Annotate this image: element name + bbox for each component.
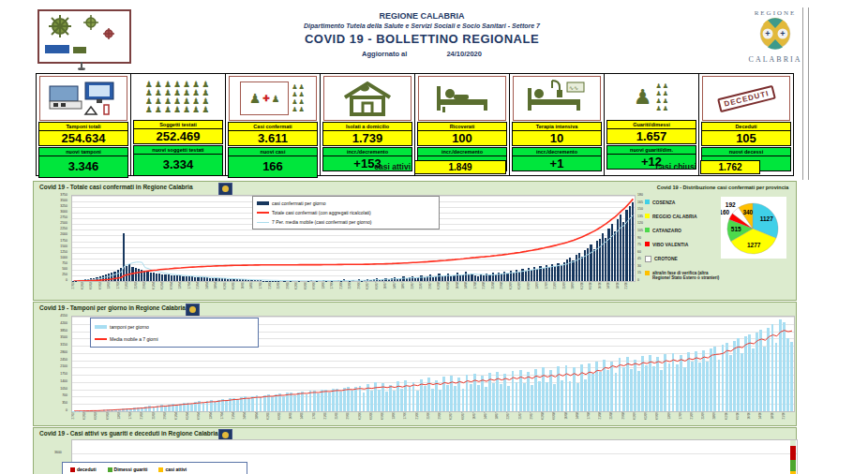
red-line-marker [257,212,269,214]
deceased-stamp-icon: DECEDUTI [717,84,776,111]
header-department: Dipartimento Tutela della Salute e Servi… [169,22,675,29]
x-axis-date-label: 02/07 [449,412,453,420]
x-axis-date-label: 09/04 [197,412,201,420]
x-axis-date-label: 13/03 [117,412,121,420]
x-axis-date-label: 17/05 [312,412,316,420]
x-axis-date-label: 17/09 [679,412,682,420]
axis-tick-label: 3500 [43,199,67,202]
x-axis-date-label: 05/04 [186,412,189,420]
legend-label: Totale casi confermati (con aggregati ri… [272,210,371,215]
pie-slice-value: 1277 [747,242,761,248]
x-axis-date-label: 02/05 [266,412,270,420]
chart1-left-axis: 0250500750100012501500175020002250250027… [41,195,69,280]
chart1-panel: Covid 19 - Totale casi confermati in Reg… [33,181,797,301]
axis-tick-label: 15 [637,271,641,274]
lab-equipment-icon [46,79,121,118]
chart3-y-tick: 3600 [54,451,62,454]
chart1-title: Covid 19 - Totale casi confermati in Reg… [39,184,193,190]
x-axis-date-label: 18/07 [401,282,405,289]
x-axis-date-label: 22/07 [411,282,414,289]
x-axis-date-label: 29/07 [428,282,432,289]
x-axis-date-label: 14/05 [249,282,253,289]
axis-tick-label: 2750 [43,215,67,219]
pie-legend-label: altra/in fase di verifica (altra Regione… [652,271,722,281]
x-axis-date-label: 06/05 [277,412,281,420]
people-grid-icon: ♟♟♟♟♟♟♟♟♟♟♟♟♟♟♟♟♟♟♟♟♟♟♟♟♟♟♟♟ [145,81,211,114]
covid-bulletin-page: REGIONE CALABRIA Dipartimento Tutela del… [0,0,868,474]
x-axis-date-label: 21/03 [125,282,128,289]
x-axis-date-label: 21/04 [232,412,235,420]
x-axis-date-label: 06/10 [736,412,740,420]
x-axis-date-label: 14/07 [393,282,397,289]
x-axis-date-label: 10/05 [241,282,245,289]
stat-value: 10 [512,130,602,146]
axis-tick-label: 3850 [43,329,67,333]
x-axis-date-label: 29/06 [357,282,361,289]
axis-tick-label: 45 [637,257,641,260]
chart3-panel: Covid 19 - Casi attivi vs guariti e dece… [33,427,797,474]
stat-icon-box [39,76,127,121]
x-axis-date-label: 10/08 [564,412,568,420]
x-axis-date-label: 06/05 [232,282,235,289]
x-axis-date-label: 29/05 [286,282,290,289]
x-axis-date-label: 01/04 [152,282,156,289]
x-axis-date-label: 05/04 [160,282,164,289]
calabria-mini-logo-icon [186,304,200,317]
x-axis-date-label: 29/06 [438,412,441,420]
x-axis-date-label: 29/05 [346,412,350,420]
x-axis-date-label: 09/03 [106,412,110,420]
stat-icon-box [323,76,412,121]
virus-icons [39,11,126,58]
x-axis-date-label: 01/04 [174,412,178,420]
x-axis-date-label: 10/05 [289,412,292,420]
chart1-legend: casi confermati per giorno Totale casi c… [252,196,440,230]
x-axis-date-label: 02/06 [358,412,362,420]
x-axis-date-label: 21/10 [782,412,786,420]
x-axis-date-label: 09/06 [381,412,384,420]
axis-tick-label: 250 [43,273,67,276]
x-axis-date-label: 13/09 [535,282,539,289]
x-axis-date-label: 29/07 [530,412,533,420]
axis-tick-label: 1750 [43,239,67,243]
x-axis-date-label: 09/06 [312,282,316,289]
x-axis-date-label: 10/10 [747,412,751,420]
x-axis-date-label: 09/03 [98,282,102,289]
x-axis-date-label: 02/08 [541,412,545,420]
stacked-segment-guariti [790,460,796,471]
x-axis-date-label: 17/05 [259,282,262,289]
stat-sub-label: incr./decremento [512,147,602,156]
x-axis-date-label: 10/10 [598,282,602,289]
x-axis-date-label: 18/07 [495,412,499,420]
header-region: REGIONE CALABRIA [169,11,675,21]
axis-tick-label: 75 [637,243,641,246]
legend-swatch [70,467,75,472]
blue-panel [45,45,69,53]
axis-tick-label: 30 [637,264,641,268]
legend-label: tamponi per giorno [110,324,149,330]
x-axis-date-label: 09/04 [170,282,173,289]
page-divider-line2 [808,7,809,180]
x-axis-date-label: 13/06 [392,412,396,420]
axis-tick-label: 3250 [43,204,67,208]
stat-card-2: ♟♟♟♟♟♟♟♟♟♟♟♟♟♟♟♟♟♟♟♟♟♟♟♟♟♟♟♟Soggetti tes… [131,74,226,175]
chart3-last-stacked-bar [790,440,796,474]
pie-legend-item: REGGIO CALABRIA [645,214,722,219]
x-axis-date-label: 14/08 [576,412,579,420]
stat-value: 254.634 [38,130,128,146]
x-axis-date-label: 18/10 [771,412,774,420]
stacked-segment-deceduti [790,446,796,460]
x-axis-date-label: 21/05 [268,282,272,289]
legend-label: casi confermati per giorno [272,200,326,206]
stat-icon-box: ♟♟♟♟♟♟♟♟♟ [607,76,696,119]
axis-tick-label: 1000 [43,256,67,259]
stat-sub-value: 166 [228,156,318,178]
x-axis-date-label: 06/06 [304,282,307,289]
pie-legend-label: CATANZARO [652,228,681,233]
x-axis-date-label: 06/07 [461,412,465,420]
stat-label: Ricoverati [417,122,507,130]
axis-tick-label: 1050 [43,387,67,391]
x-axis-date-label: 06/07 [375,282,379,289]
pie-slice-value: 340 [742,209,753,215]
x-axis-date-label: 09/09 [655,412,659,420]
x-axis-date-label: 21/09 [553,282,557,289]
